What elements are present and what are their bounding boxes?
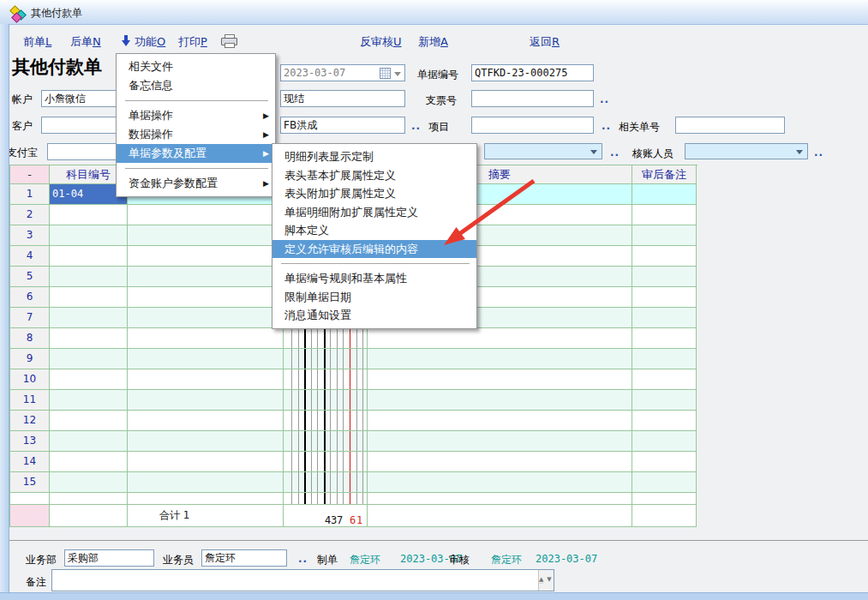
- grid-cell[interactable]: [632, 431, 697, 452]
- payee-field[interactable]: FB洪成: [280, 117, 405, 134]
- grid-cell[interactable]: [368, 369, 632, 390]
- row-number[interactable]: 6: [10, 287, 50, 308]
- grid-cell[interactable]: [632, 452, 697, 472]
- grid-cell[interactable]: [50, 431, 128, 452]
- check-no-browse-button[interactable]: ..: [600, 93, 609, 105]
- clerk-browse-button[interactable]: ..: [298, 553, 308, 565]
- menu-item-3[interactable]: 单据操作▶: [117, 106, 275, 125]
- dept-field[interactable]: 采购部: [64, 549, 154, 567]
- row-number[interactable]: 10: [10, 369, 50, 390]
- grid-cell[interactable]: [368, 411, 632, 431]
- date-field[interactable]: 2023-03-07: [280, 64, 405, 81]
- grid-cell[interactable]: [128, 225, 284, 246]
- grid-cell[interactable]: [632, 205, 697, 225]
- printer-icon[interactable]: [221, 34, 237, 47]
- row-number[interactable]: 15: [10, 472, 50, 493]
- row-number[interactable]: 5: [10, 267, 50, 287]
- grid-cell[interactable]: [284, 431, 368, 452]
- grid-cell[interactable]: [50, 390, 128, 411]
- project-field[interactable]: [471, 117, 594, 134]
- row-number[interactable]: 9: [10, 349, 50, 369]
- calendar-icon[interactable]: [380, 68, 391, 79]
- date-dropdown-arrow-icon[interactable]: [394, 72, 401, 76]
- row-number[interactable]: 4: [10, 246, 50, 267]
- grid-cell[interactable]: [632, 411, 697, 431]
- row-number[interactable]: 3: [10, 225, 50, 246]
- grid-cell[interactable]: [632, 287, 697, 308]
- grid-cell[interactable]: [368, 349, 632, 369]
- grid-cell[interactable]: [284, 411, 368, 431]
- grid-cell[interactable]: [632, 246, 697, 267]
- grid-cell[interactable]: [50, 472, 128, 493]
- prev-doc-button[interactable]: 前单L: [23, 34, 51, 48]
- grid-cell[interactable]: [368, 472, 632, 493]
- grid-cell[interactable]: [368, 390, 632, 411]
- grid-cell[interactable]: [50, 225, 128, 246]
- clerk-field[interactable]: 詹定环: [201, 549, 287, 567]
- grid-cell[interactable]: [632, 328, 697, 349]
- row-number[interactable]: 1: [10, 184, 50, 205]
- return-button[interactable]: 返回R: [530, 34, 560, 48]
- extra-select[interactable]: [484, 143, 602, 159]
- submenu-item-7[interactable]: 单据编号规则和基本属性: [272, 269, 476, 288]
- add-new-button[interactable]: 新增A: [418, 34, 448, 48]
- menu-item-5[interactable]: 单据参数及配置▶: [117, 144, 275, 163]
- row-number[interactable]: 8: [10, 328, 50, 349]
- grid-cell[interactable]: [128, 431, 284, 452]
- grid-cell[interactable]: [50, 411, 128, 431]
- grid-cell[interactable]: [128, 472, 284, 493]
- grid-cell[interactable]: [284, 452, 368, 472]
- submenu-item-2[interactable]: 表头附加扩展属性定义: [272, 184, 476, 203]
- submenu-item-3[interactable]: 单据明细附加扩展属性定义: [272, 203, 476, 222]
- print-button[interactable]: 打印P: [178, 34, 207, 48]
- grid-cell[interactable]: [50, 452, 128, 472]
- submenu-item-5[interactable]: 定义允许审核后编辑的内容: [272, 240, 476, 259]
- grid-cell[interactable]: [50, 246, 128, 267]
- spin-down-icon[interactable]: ▼: [547, 576, 551, 583]
- unaudit-button[interactable]: 反审核U: [360, 34, 402, 48]
- spin-up-icon[interactable]: ▲: [539, 576, 543, 584]
- grid-cell[interactable]: [50, 369, 128, 390]
- grid-cell[interactable]: [128, 205, 284, 225]
- note-field[interactable]: ▲ ▼: [51, 569, 554, 591]
- grid-cell[interactable]: [284, 369, 368, 390]
- grid-cell[interactable]: [632, 369, 697, 390]
- auditor-browse-button[interactable]: ..: [814, 147, 823, 159]
- settlement-field[interactable]: 现结: [280, 90, 405, 107]
- grid-cell[interactable]: [632, 225, 697, 246]
- menu-item-4[interactable]: 数据操作▶: [117, 125, 275, 144]
- function-menu-button[interactable]: 功能O: [135, 34, 165, 48]
- submenu-item-8[interactable]: 限制单据日期: [272, 288, 476, 307]
- grid-cell[interactable]: [50, 349, 128, 369]
- grid-cell[interactable]: [50, 287, 128, 308]
- project-browse-button[interactable]: ..: [602, 120, 611, 132]
- grid-cell[interactable]: [632, 308, 697, 328]
- grid-cell[interactable]: [632, 349, 697, 369]
- submenu-item-9[interactable]: 消息通知设置: [272, 306, 476, 325]
- submenu-item-4[interactable]: 脚本定义: [272, 221, 476, 240]
- row-number[interactable]: 12: [10, 411, 50, 431]
- grid-cell[interactable]: [50, 328, 128, 349]
- grid-cell[interactable]: [128, 246, 284, 267]
- grid-cell[interactable]: [284, 328, 368, 349]
- row-number[interactable]: 7: [10, 308, 50, 328]
- grid-cell[interactable]: [50, 205, 128, 225]
- grid-cell[interactable]: [368, 431, 632, 452]
- grid-cell[interactable]: [284, 349, 368, 369]
- grid-cell[interactable]: [632, 184, 697, 205]
- submenu-item-0[interactable]: 明细列表显示定制: [272, 147, 476, 166]
- grid-cell[interactable]: [128, 287, 284, 308]
- grid-cell[interactable]: [128, 328, 284, 349]
- row-number[interactable]: 13: [10, 431, 50, 452]
- customer-field[interactable]: [41, 117, 127, 134]
- grid-cell[interactable]: [368, 452, 632, 472]
- grid-cell[interactable]: [128, 308, 284, 328]
- auditor-select[interactable]: [685, 143, 808, 159]
- grid-cell[interactable]: [368, 328, 632, 349]
- grid-cell[interactable]: [128, 369, 284, 390]
- menu-item-0[interactable]: 相关文件: [117, 57, 275, 76]
- related-no-field[interactable]: [675, 117, 785, 134]
- grid-cell[interactable]: [128, 452, 284, 472]
- check-no-field[interactable]: [471, 90, 594, 107]
- menu-item-7[interactable]: 资金账户参数配置▶: [117, 174, 275, 193]
